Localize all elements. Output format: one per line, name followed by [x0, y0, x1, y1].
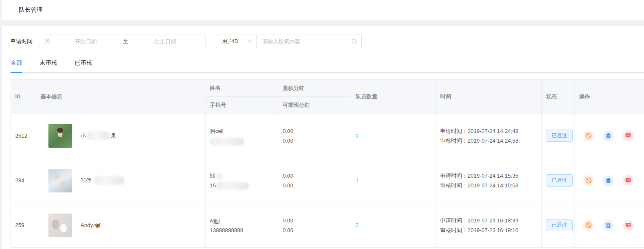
- header-basic-info: 基本信息: [36, 80, 206, 114]
- real-name: 啊cell: [210, 126, 278, 136]
- cell-member-count: 2: [351, 203, 436, 248]
- search-input[interactable]: [262, 38, 351, 45]
- phone-number: 15: [210, 181, 278, 190]
- apply-time: 申请时间：2019-07-24 14:15:35: [440, 171, 541, 181]
- cell-basic-info: Andy.🦋: [36, 203, 206, 248]
- cell-basic-info: 邹伟-: [36, 158, 206, 203]
- page-header: 队长管理: [0, 0, 644, 20]
- user-avatar: [48, 169, 72, 192]
- ban-icon: [585, 132, 592, 139]
- real-name-text: 邹: [210, 173, 215, 179]
- clipboard-icon: [605, 222, 612, 228]
- user-nickname: 邹伟-: [80, 176, 124, 185]
- clipboard-icon: [605, 177, 612, 184]
- cumulative-dividend: 0.00: [283, 171, 351, 181]
- comment-button[interactable]: [623, 130, 633, 141]
- date-range-picker[interactable]: 至: [39, 35, 206, 48]
- status-tag: 已通过: [546, 130, 573, 142]
- search-bar: 用户ID: [216, 35, 362, 48]
- detail-button[interactable]: [603, 175, 614, 186]
- detail-button[interactable]: [603, 220, 614, 231]
- redaction-blur: [216, 173, 222, 180]
- comment-icon: [625, 222, 631, 228]
- user-nickname: 小 果: [80, 131, 116, 140]
- search-type-select[interactable]: 用户ID: [216, 35, 257, 48]
- comment-icon: [625, 133, 631, 139]
- redaction-blur: [216, 182, 249, 190]
- search-input-wrap: [257, 35, 361, 48]
- page-title: 队长管理: [19, 6, 43, 14]
- tab-all[interactable]: 全部: [11, 59, 22, 72]
- audit-time: 审核时间：2019-07-24 14:24:58: [440, 136, 541, 146]
- header-time: 时间: [436, 80, 542, 114]
- header-actions: 操作: [575, 80, 644, 114]
- filter-bar: 申请时间 至 用户ID: [11, 35, 644, 48]
- cell-dividends: 0.00 0.00: [278, 158, 351, 203]
- withdrawable-dividend: 0.00: [283, 136, 351, 146]
- tab-reviewed[interactable]: 已审核: [75, 59, 92, 72]
- viewport-left-strip: [0, 0, 2, 249]
- status-tag: 已通过: [546, 219, 573, 231]
- end-date-input[interactable]: [130, 38, 201, 45]
- chevron-down-icon: [247, 39, 252, 44]
- user-nickname: Andy.🦋: [80, 222, 101, 228]
- cell-actions: [575, 158, 644, 203]
- cell-id: 259: [11, 203, 36, 248]
- member-count-link[interactable]: 2: [355, 222, 358, 228]
- header-id: ID: [11, 80, 36, 114]
- header-cumulative-dividend: 累积分红: [278, 80, 351, 97]
- cell-member-count: 1: [351, 158, 436, 203]
- audit-time: 审核时间：2019-07-24 14:15:53: [440, 181, 541, 190]
- status-tabs: 全部 未审核 已审核: [11, 59, 644, 73]
- clipboard-icon: [605, 133, 612, 139]
- ban-button[interactable]: [583, 130, 594, 141]
- cell-actions: [575, 203, 644, 248]
- cell-name-phone: wjjjjj 13888888888: [206, 203, 278, 248]
- apply-time: 申请时间：2019-07-23 16:18:39: [440, 216, 541, 225]
- cell-time: 申请时间：2019-07-24 14:24:48 审核时间：2019-07-24…: [436, 114, 542, 158]
- header-status: 状态: [542, 80, 575, 114]
- nickname-prefix: Andy.🦋: [80, 222, 101, 228]
- cumulative-dividend: 0.00: [283, 216, 351, 225]
- search-icon[interactable]: [351, 38, 357, 45]
- header-withdrawable-dividend: 可提现分红: [278, 97, 351, 114]
- cell-dividends: 0.00 0.00: [278, 114, 351, 158]
- ban-button[interactable]: [583, 175, 594, 186]
- cell-basic-info: 小 果: [36, 114, 206, 158]
- user-avatar: [48, 124, 72, 148]
- section-divider: [0, 20, 644, 26]
- ban-icon: [585, 177, 592, 184]
- member-count-link[interactable]: 0: [355, 133, 358, 139]
- comment-button[interactable]: [623, 220, 633, 231]
- cell-status: 已通过: [542, 203, 575, 248]
- cell-time: 申请时间：2019-07-24 14:15:35 审核时间：2019-07-24…: [436, 158, 542, 203]
- ban-icon: [585, 222, 592, 229]
- cell-status: 已通过: [542, 114, 575, 158]
- cell-name-phone: 啊cell: [206, 114, 278, 158]
- header-member-count: 队员数量: [351, 80, 436, 114]
- date-range-separator: 至: [121, 38, 130, 45]
- table-row: 259 Andy.🦋 wjjjjj 13888888888: [11, 203, 644, 248]
- cumulative-dividend: 0.00: [283, 126, 351, 136]
- member-count-link[interactable]: 1: [355, 177, 358, 184]
- cell-id: 2512: [11, 114, 36, 158]
- cell-member-count: 0: [351, 114, 436, 158]
- tab-unreviewed[interactable]: 未审核: [40, 59, 57, 72]
- withdrawable-dividend: 0.00: [283, 225, 351, 235]
- detail-button[interactable]: [603, 130, 614, 141]
- nickname-prefix: 邹伟-: [80, 177, 93, 184]
- cell-time: 申请时间：2019-07-23 16:18:39 审核时间：2019-07-23…: [436, 203, 542, 248]
- ban-button[interactable]: [583, 220, 594, 231]
- start-date-input[interactable]: [51, 38, 121, 45]
- nickname-prefix: 小: [80, 132, 86, 140]
- search-type-value: 用户ID: [222, 38, 238, 45]
- phone-number: 13888888888: [210, 225, 278, 235]
- redaction-blur: [87, 131, 110, 140]
- phone-text: 15: [210, 182, 216, 189]
- comment-button[interactable]: [623, 175, 633, 186]
- cell-dividends: 0.00 0.00: [278, 203, 351, 248]
- cell-name-phone: 邹 15: [206, 158, 278, 203]
- real-name: 邹: [210, 171, 278, 181]
- real-name: wjjjjj: [210, 216, 278, 225]
- table-row: 284 邹伟- 邹: [11, 158, 644, 203]
